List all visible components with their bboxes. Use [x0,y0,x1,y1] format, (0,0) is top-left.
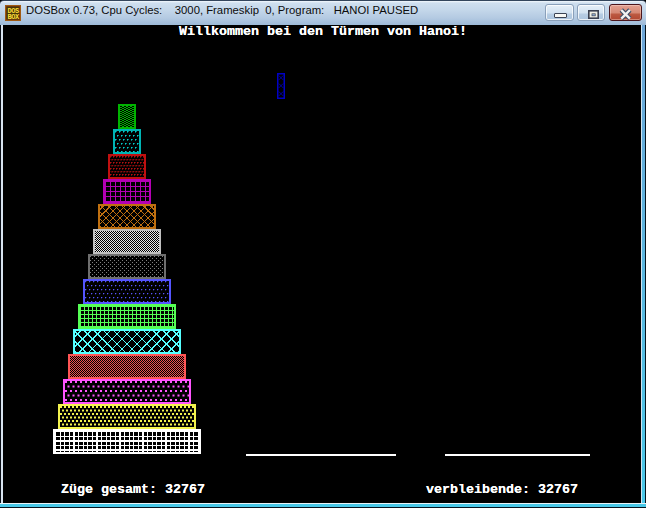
svg-text:BOX: BOX [7,13,20,21]
